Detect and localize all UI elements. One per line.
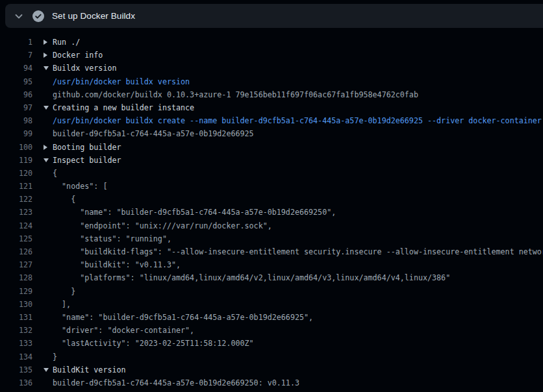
- log-text: "lastActivity": "2023-02-25T11:58:12.000…: [53, 337, 543, 350]
- line-number[interactable]: 96: [0, 88, 32, 101]
- log-line-row: 134}: [0, 350, 543, 363]
- triangle-glyph: [44, 158, 49, 162]
- log-group-row: 7Docker info: [0, 49, 543, 62]
- log-text: "endpoint": "unix:///var/run/docker.sock…: [53, 219, 543, 232]
- log-line-row: 95/usr/bin/docker buildx version: [0, 75, 543, 88]
- line-number[interactable]: 94: [0, 62, 32, 75]
- log-line-row: 133 "lastActivity": "2023-02-25T11:58:12…: [0, 337, 543, 350]
- group-expanded-icon[interactable]: [44, 106, 53, 110]
- log-line-row: 128 "platforms": "linux/amd64,linux/amd6…: [0, 271, 543, 284]
- line-number[interactable]: 125: [0, 232, 32, 245]
- log-text: }: [53, 350, 543, 363]
- command-text: /usr/bin/docker buildx version: [53, 75, 543, 88]
- log-line-row: 125 "status": "running",: [0, 232, 543, 245]
- line-number[interactable]: 95: [0, 75, 32, 88]
- log-line-row: 130 ],: [0, 298, 543, 311]
- log-group-row: 94Buildx version: [0, 62, 543, 75]
- check-circle-icon: [32, 10, 44, 22]
- log-text: "name": "builder-d9cfb5a1-c764-445a-a57e…: [53, 206, 543, 219]
- group-collapsed-icon[interactable]: [44, 145, 53, 150]
- line-number[interactable]: 99: [0, 127, 32, 140]
- line-number[interactable]: 122: [0, 193, 32, 206]
- log-text: {: [53, 167, 543, 180]
- log-line-row: 123 "name": "builder-d9cfb5a1-c764-445a-…: [0, 206, 543, 219]
- group-collapsed-icon[interactable]: [44, 53, 53, 58]
- log-text: builder-d9cfb5a1-c764-445a-a57e-0b19d2e6…: [53, 376, 543, 389]
- log-line-row: 132 "driver": "docker-container",: [0, 324, 543, 337]
- log-text: "nodes": [: [53, 180, 543, 193]
- line-number[interactable]: 129: [0, 285, 32, 298]
- log-group-row: 100Booting builder: [0, 141, 543, 154]
- line-number[interactable]: 98: [0, 114, 32, 127]
- line-number[interactable]: 133: [0, 337, 32, 350]
- log-line-row: 98/usr/bin/docker buildx create --name b…: [0, 114, 543, 127]
- line-number[interactable]: 131: [0, 311, 32, 324]
- log-text: "driver": "docker-container",: [53, 324, 543, 337]
- line-number[interactable]: 1: [0, 36, 32, 49]
- log-area: 1Run ./7Docker info94Buildx version95/us…: [0, 28, 543, 389]
- log-text: ],: [53, 298, 543, 311]
- chevron-down-icon[interactable]: [14, 11, 24, 21]
- line-number[interactable]: 136: [0, 376, 32, 389]
- triangle-glyph: [44, 368, 49, 372]
- log-text: "buildkit": "v0.11.3",: [53, 258, 543, 271]
- log-line-row: 129 }: [0, 285, 543, 298]
- log-text: builder-d9cfb5a1-c764-445a-a57e-0b19d2e6…: [53, 127, 543, 140]
- line-number[interactable]: 127: [0, 258, 32, 271]
- group-title[interactable]: Booting builder: [53, 141, 543, 154]
- step-header[interactable]: Set up Docker Buildx: [5, 4, 543, 28]
- triangle-glyph: [44, 106, 49, 110]
- line-number[interactable]: 126: [0, 245, 32, 258]
- group-expanded-icon[interactable]: [44, 66, 53, 70]
- group-expanded-icon[interactable]: [44, 158, 53, 162]
- line-number[interactable]: 124: [0, 219, 32, 232]
- line-number[interactable]: 132: [0, 324, 32, 337]
- line-number[interactable]: 121: [0, 180, 32, 193]
- log-line-row: 124 "endpoint": "unix:///var/run/docker.…: [0, 219, 543, 232]
- group-collapsed-icon[interactable]: [44, 40, 53, 45]
- log-line-row: 131 "name": "builder-d9cfb5a1-c764-445a-…: [0, 311, 543, 324]
- log-line-row: 99builder-d9cfb5a1-c764-445a-a57e-0b19d2…: [0, 127, 543, 140]
- log-line-row: 122 {: [0, 193, 543, 206]
- group-title[interactable]: Inspect builder: [53, 154, 543, 167]
- line-number[interactable]: 135: [0, 363, 32, 376]
- triangle-glyph: [44, 40, 47, 45]
- group-title[interactable]: Buildx version: [53, 62, 543, 75]
- log-line-row: 136builder-d9cfb5a1-c764-445a-a57e-0b19d…: [0, 376, 543, 389]
- command-text: /usr/bin/docker buildx create --name bui…: [53, 114, 543, 127]
- actions-log-viewer: Set up Docker Buildx 1Run ./7Docker info…: [0, 0, 543, 392]
- line-number[interactable]: 120: [0, 167, 32, 180]
- log-text: "buildkitd-flags": "--allow-insecure-ent…: [53, 245, 543, 258]
- log-line-row: 96github.com/docker/buildx 0.10.3+azure-…: [0, 88, 543, 101]
- log-text: }: [53, 285, 543, 298]
- line-number[interactable]: 97: [0, 101, 32, 114]
- line-number[interactable]: 100: [0, 141, 32, 154]
- group-title[interactable]: Creating a new builder instance: [53, 101, 543, 114]
- log-text: "name": "builder-d9cfb5a1-c764-445a-a57e…: [53, 311, 543, 324]
- line-number[interactable]: 130: [0, 298, 32, 311]
- group-title[interactable]: Run ./: [53, 36, 543, 49]
- log-line-row: 127 "buildkit": "v0.11.3",: [0, 258, 543, 271]
- log-text: "platforms": "linux/amd64,linux/amd64/v2…: [53, 271, 543, 284]
- line-number[interactable]: 128: [0, 271, 32, 284]
- log-group-row: 97Creating a new builder instance: [0, 101, 543, 114]
- line-number[interactable]: 7: [0, 49, 32, 62]
- group-expanded-icon[interactable]: [44, 368, 53, 372]
- step-title: Set up Docker Buildx: [52, 11, 135, 21]
- log-text: "status": "running",: [53, 232, 543, 245]
- group-title[interactable]: BuildKit version: [53, 363, 543, 376]
- line-number[interactable]: 134: [0, 350, 32, 363]
- log-group-row: 135BuildKit version: [0, 363, 543, 376]
- group-title[interactable]: Docker info: [53, 49, 543, 62]
- triangle-glyph: [44, 145, 47, 150]
- log-line-row: 121 "nodes": [: [0, 180, 543, 193]
- log-group-row: 119Inspect builder: [0, 154, 543, 167]
- log-line-row: 120{: [0, 167, 543, 180]
- line-number[interactable]: 119: [0, 154, 32, 167]
- line-number[interactable]: 123: [0, 206, 32, 219]
- triangle-glyph: [44, 53, 47, 58]
- log-group-row: 1Run ./: [0, 36, 543, 49]
- log-line-row: 126 "buildkitd-flags": "--allow-insecure…: [0, 245, 543, 258]
- triangle-glyph: [44, 66, 49, 70]
- log-text: {: [53, 193, 543, 206]
